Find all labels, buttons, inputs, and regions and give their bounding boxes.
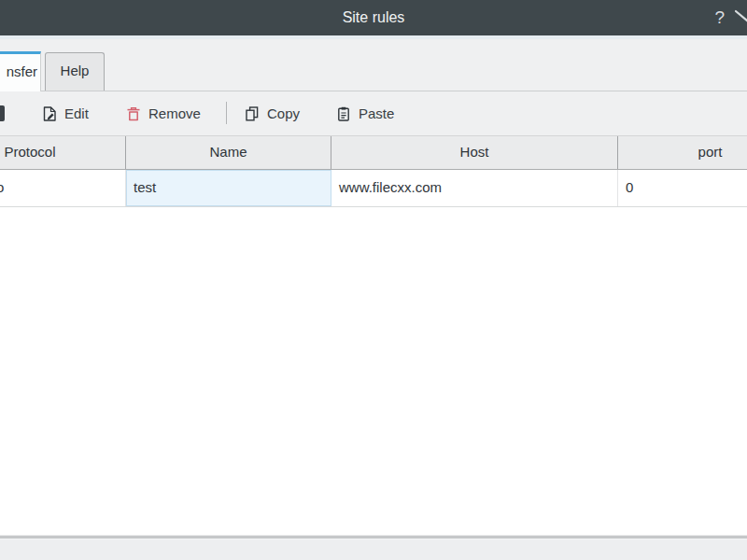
table-header-row: Protocol Name Host port	[0, 135, 747, 170]
trash-icon	[125, 105, 142, 122]
edit-icon	[41, 105, 58, 122]
column-header-name[interactable]: Name	[126, 136, 331, 169]
remove-button-label: Remove	[148, 105, 201, 121]
titlebar: Site rules ?	[0, 0, 747, 35]
edit-button-label: Edit	[64, 105, 89, 121]
cell-protocol[interactable]: o	[0, 170, 126, 206]
cell-name-selected[interactable]: test	[126, 170, 331, 206]
paste-button[interactable]: Paste	[335, 101, 394, 126]
toolbar: Edit Remove Copy Paste	[0, 91, 747, 135]
tab-help-label: Help	[46, 53, 104, 89]
column-header-protocol[interactable]: Protocol	[0, 136, 126, 169]
table-row[interactable]: o test www.filecxx.com 0	[0, 170, 747, 207]
tab-transfer[interactable]: nsfer	[0, 51, 41, 91]
copy-button-label: Copy	[267, 105, 300, 121]
edit-button[interactable]: Edit	[41, 101, 89, 126]
copy-button[interactable]: Copy	[244, 101, 300, 126]
window-title: Site rules	[0, 0, 747, 35]
site-rules-table-area: Protocol Name Host port o test www.filec…	[0, 135, 747, 535]
paste-button-label: Paste	[359, 105, 394, 121]
tab-help[interactable]: Help	[45, 52, 105, 91]
clipped-toolbar-icon[interactable]	[0, 105, 5, 121]
remove-button[interactable]: Remove	[125, 101, 201, 126]
whats-this-help-button[interactable]: ?	[714, 0, 725, 35]
close-icon[interactable]	[735, 8, 747, 27]
cell-port[interactable]: 0	[618, 170, 747, 206]
column-header-host[interactable]: Host	[331, 136, 618, 169]
site-rules-table: Protocol Name Host port o test www.filec…	[0, 135, 747, 207]
bottom-divider	[0, 535, 747, 541]
toolbar-separator	[226, 102, 227, 124]
paste-icon	[335, 105, 352, 122]
cell-host[interactable]: www.filecxx.com	[331, 170, 618, 206]
bottom-panel	[0, 541, 747, 560]
tab-transfer-label: nsfer	[0, 54, 40, 90]
copy-icon	[244, 105, 261, 122]
column-header-port[interactable]: port	[618, 136, 747, 169]
